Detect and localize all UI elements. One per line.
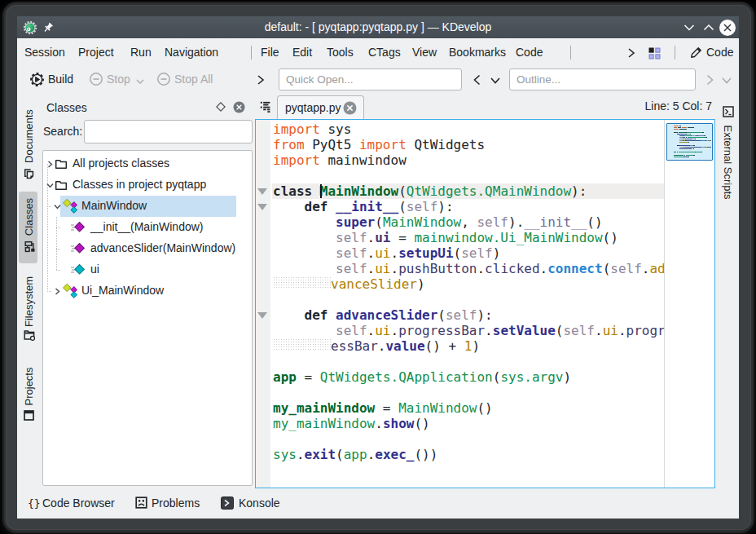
code-token-clsdef: my_mainWindow: [273, 400, 375, 416]
tree-item-mainwindow[interactable]: MainWindow: [43, 196, 252, 217]
stop-button[interactable]: Stop: [107, 73, 130, 86]
code-token-fn: exit: [305, 447, 336, 462]
menu-edit[interactable]: Edit: [292, 39, 312, 66]
minimize-button[interactable]: [683, 22, 699, 38]
tab-pyqtapp[interactable]: pyqtapp.py: [277, 95, 364, 119]
code-token-txt: (: [437, 307, 446, 323]
code-token-txt: .: [367, 447, 376, 462]
stop-all-button[interactable]: Stop All: [174, 73, 213, 86]
tree-item-advanceslider-mainwindow-[interactable]: advanceSlider(MainWindow): [43, 238, 252, 259]
fold-marker-icon[interactable]: [257, 204, 267, 210]
sidebar-item-documents[interactable]: Documents: [22, 109, 34, 163]
menubar-overflow-icon[interactable]: [626, 46, 637, 60]
code-area-button[interactable]: Code: [706, 39, 733, 66]
documents-icon[interactable]: [24, 169, 34, 179]
menu-view[interactable]: View: [412, 39, 437, 66]
tree-item-label: __init__(MainWindow): [90, 220, 204, 233]
code-token-txt: (: [375, 214, 383, 230]
fold-marker-icon[interactable]: [257, 312, 267, 319]
sidebar-item-classes[interactable]: Classes: [22, 198, 34, 236]
menu-code[interactable]: Code: [516, 39, 543, 66]
tree-item-all-projects-classes[interactable]: All projects classes: [43, 153, 252, 174]
close-panel-icon[interactable]: [233, 101, 245, 113]
code-line: def __init__(self):: [273, 199, 454, 214]
code-token-txt: ): [472, 338, 480, 354]
chevron-down-icon[interactable]: [53, 202, 62, 211]
titlebar[interactable]: default: - [ pyqtapp:pyqtapp.py ] — KDev…: [17, 16, 739, 38]
code-editor[interactable]: import sysfrom PyQt5 import QtWidgetsimp…: [255, 119, 715, 488]
chevron-right-icon[interactable]: [53, 287, 62, 296]
code-browser-button[interactable]: Code Browser: [42, 496, 115, 510]
code-token-imp: import: [273, 152, 320, 168]
area-switcher-icon[interactable]: [648, 47, 661, 60]
code-token-num: 1: [464, 338, 472, 354]
sidebar-item-projects[interactable]: Projects: [22, 367, 34, 405]
code-token-imp: import: [359, 137, 407, 152]
code-token-self: self: [336, 245, 367, 261]
code-line: my_mainWindow = MainWindow(): [273, 400, 493, 416]
projects-icon[interactable]: [24, 410, 34, 421]
tree-item-label: ui: [90, 263, 99, 276]
stop-dropdown-icon[interactable]: [135, 78, 145, 85]
code-token-txt: .: [297, 447, 305, 462]
nav-forward-dropdown-icon[interactable]: [720, 76, 733, 86]
tree-item-ui-mainwindow[interactable]: Ui_MainWindow: [43, 280, 252, 302]
code-token-txt: .: [391, 245, 399, 261]
menu-bookmarks[interactable]: Bookmarks: [449, 39, 506, 66]
filesystem-icon[interactable]: [24, 329, 35, 341]
menu-ctags[interactable]: CTags: [368, 39, 401, 66]
close-button[interactable]: [719, 20, 736, 36]
terminal-icon[interactable]: [723, 106, 734, 117]
sidebar-item-external-scripts[interactable]: External Scripts: [722, 125, 734, 199]
menu-tools[interactable]: Tools: [327, 39, 354, 66]
menu-project[interactable]: Project: [78, 39, 114, 66]
code-token-attr: progressBar: [398, 323, 485, 338]
code-token-txt: .: [642, 261, 650, 276]
fold-marker-icon[interactable]: [257, 188, 267, 195]
float-panel-icon[interactable]: [216, 102, 226, 112]
code-token-mem: ui: [375, 323, 390, 338]
maximize-button[interactable]: [702, 22, 719, 38]
chevron-down-icon[interactable]: [46, 181, 55, 190]
main-toolbar: Build Stop Stop All: [17, 65, 739, 95]
code-token-txt: .: [540, 261, 548, 276]
tree-item-classes-in-project-pyqtapp[interactable]: Classes in project pyqtapp: [43, 174, 252, 196]
nav-back-icon[interactable]: [471, 73, 484, 86]
quick-open-input[interactable]: [279, 68, 462, 90]
build-button[interactable]: Build: [48, 73, 73, 86]
code-token-txt: .: [618, 323, 626, 338]
outline-input[interactable]: [509, 68, 696, 90]
sidebar-item-filesystem[interactable]: Filesystem: [22, 276, 34, 327]
menu-file[interactable]: File: [261, 39, 279, 66]
nav-forward-icon[interactable]: [703, 73, 716, 86]
code-token-fn: setValue: [493, 323, 556, 338]
code-token-mem: ui: [375, 245, 390, 261]
konsole-button[interactable]: Konsole: [239, 496, 280, 510]
code-token-txt: =: [297, 369, 320, 385]
tree-item--init-mainwindow-[interactable]: __init__(MainWindow): [43, 217, 252, 238]
nav-back-dropdown-icon[interactable]: [489, 76, 502, 86]
class-icon: [63, 284, 78, 298]
menu-session[interactable]: Session: [24, 39, 65, 66]
menubar-separator: [251, 46, 252, 60]
code-token-mem: ui: [375, 261, 390, 276]
menu-run[interactable]: Run: [130, 39, 152, 66]
tab-close-icon[interactable]: [343, 101, 357, 115]
classes-icon[interactable]: [23, 241, 35, 253]
code-token-txt: .: [375, 416, 383, 431]
code-text-area[interactable]: import sysfrom PyQt5 import QtWidgetsimp…: [256, 120, 714, 488]
code-token-txt: (: [493, 369, 501, 385]
document-list-icon[interactable]: [260, 101, 271, 113]
code-token-clsdef: app: [273, 369, 297, 385]
chevron-right-icon[interactable]: [46, 160, 55, 169]
problems-button[interactable]: Problems: [152, 496, 200, 510]
code-token-self: self: [407, 199, 438, 214]
code-token-attr: clicked: [485, 261, 539, 276]
code-token-initu: __init__: [524, 214, 587, 230]
code-line: import sys: [273, 121, 351, 137]
minimap-viewport[interactable]: [666, 123, 713, 161]
search-input[interactable]: [84, 120, 253, 143]
toolbar-expand-icon[interactable]: [255, 73, 266, 87]
tree-item-ui[interactable]: ui: [43, 259, 252, 280]
menu-navigation[interactable]: Navigation: [165, 39, 218, 66]
